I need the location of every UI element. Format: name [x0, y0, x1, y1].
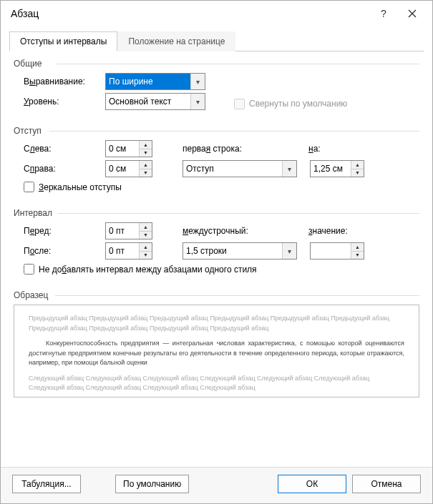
nospace-checkbox[interactable]: Не добавлять интервал между абзацами одн… [24, 264, 419, 275]
indent-left-spinner[interactable]: ▲▼ [105, 140, 152, 157]
indent-left-label: Слева: [24, 144, 101, 154]
spacing-before-input[interactable] [106, 223, 139, 239]
content-area: Общие Выравнивание: По ширине ▾ Уровень:… [1, 51, 432, 467]
group-general: Общие Выравнивание: По ширине ▾ Уровень:… [14, 59, 419, 110]
spacing-before-spinner[interactable]: ▲▼ [105, 222, 152, 239]
help-button[interactable]: ? [369, 3, 398, 24]
alignment-value: По ширине [109, 76, 153, 87]
firstline-value: Отступ [186, 164, 214, 174]
tabs-button-label: Табуляция... [21, 479, 71, 489]
button-bar: Табуляция... По умолчанию ОК Отмена [1, 467, 432, 503]
spacing-after-label: После: [24, 246, 101, 256]
chevron-down-icon: ▾ [282, 243, 296, 259]
close-icon [408, 9, 417, 18]
firstline-on-label: на: [308, 144, 359, 154]
spinner-updown[interactable]: ▲▼ [139, 223, 152, 239]
mirror-label: Зеркальные отступы [39, 182, 122, 192]
tab-bar: Отступы и интервалы Положение на страниц… [9, 31, 424, 51]
spinner-updown[interactable]: ▲▼ [139, 243, 152, 259]
level-value: Основной текст [109, 97, 171, 107]
nospace-label: Не добавлять интервал между абзацами одн… [39, 265, 257, 275]
preview-box: Предыдущий абзац Предыдущий абзац Предыд… [14, 305, 419, 397]
spinner-updown[interactable]: ▲▼ [139, 161, 152, 177]
group-sample-label: Образец [14, 290, 419, 300]
firstline-val-spinner[interactable]: ▲▼ [310, 160, 364, 177]
group-spacing-label: Интервал [14, 208, 419, 218]
firstline-combo[interactable]: Отступ ▾ [183, 160, 297, 177]
level-label: Уровень: [24, 97, 101, 107]
paragraph-dialog: Абзац ? Отступы и интервалы Положение на… [0, 0, 433, 504]
tabs-button[interactable]: Табуляция... [12, 475, 81, 493]
chevron-down-icon: ▾ [190, 94, 205, 109]
collapsed-checkbox: Свернуты по умолчанию [234, 99, 347, 109]
level-combo[interactable]: Основной текст ▾ [105, 93, 205, 110]
default-button[interactable]: По умолчанию [115, 475, 189, 493]
mirror-checkbox[interactable]: Зеркальные отступы [24, 182, 419, 192]
spinner-updown[interactable]: ▲▼ [139, 141, 152, 157]
cancel-button[interactable]: Отмена [352, 475, 421, 493]
nospace-check-input[interactable] [24, 264, 34, 275]
indent-right-input[interactable] [106, 161, 139, 177]
chevron-down-icon: ▾ [190, 74, 205, 89]
tab-page-position[interactable]: Положение на странице [117, 31, 235, 51]
group-general-label: Общие [14, 59, 419, 69]
firstline-val-input[interactable] [311, 161, 351, 177]
close-button[interactable] [398, 3, 427, 24]
lineval-spinner[interactable]: ▲▼ [310, 242, 364, 260]
linespacing-label: междустрочный: [183, 226, 290, 236]
lineval-label: значение: [308, 226, 359, 236]
spacing-before-label: Перед: [24, 226, 101, 236]
firstline-label: первая строка: [183, 144, 290, 154]
dialog-title: Абзац [11, 8, 369, 19]
default-button-label: По умолчанию [123, 479, 181, 489]
collapsed-label: Свернуты по умолчанию [249, 99, 347, 109]
group-spacing: Интервал Перед: ▲▼ междустрочный: значен… [14, 208, 419, 275]
indent-right-label: Справа: [24, 164, 101, 174]
lineval-input[interactable] [311, 243, 351, 259]
group-indent: Отступ Слева: ▲▼ первая строка: на: Спра… [14, 126, 419, 192]
group-indent-label: Отступ [14, 126, 419, 136]
collapsed-check-input [234, 99, 245, 109]
preview-next: Следующий абзац Следующий абзац Следующи… [29, 374, 404, 393]
indent-right-spinner[interactable]: ▲▼ [105, 160, 152, 177]
linespacing-value: 1,5 строки [186, 246, 227, 256]
spinner-updown[interactable]: ▲▼ [351, 243, 364, 259]
indent-left-input[interactable] [106, 141, 139, 157]
preview-prev: Предыдущий абзац Предыдущий абзац Предыд… [29, 314, 404, 333]
titlebar: Абзац ? [1, 1, 432, 26]
cancel-button-label: Отмена [371, 479, 402, 489]
preview-body: Конкурентоспособность предприятия — инте… [29, 339, 404, 368]
spacing-after-input[interactable] [106, 243, 139, 259]
linespacing-combo[interactable]: 1,5 строки ▾ [183, 242, 297, 260]
tab-indents-spacing[interactable]: Отступы и интервалы [9, 31, 117, 51]
spacing-after-spinner[interactable]: ▲▼ [105, 242, 152, 260]
alignment-combo[interactable]: По ширине ▾ [105, 73, 205, 90]
chevron-down-icon: ▾ [282, 161, 296, 177]
alignment-label: Выравнивание: [24, 76, 101, 87]
spinner-updown[interactable]: ▲▼ [351, 161, 364, 177]
ok-button[interactable]: ОК [278, 475, 346, 493]
mirror-check-input[interactable] [24, 182, 34, 192]
group-sample: Образец Предыдущий абзац Предыдущий абза… [14, 290, 419, 397]
ok-button-label: ОК [306, 479, 318, 489]
